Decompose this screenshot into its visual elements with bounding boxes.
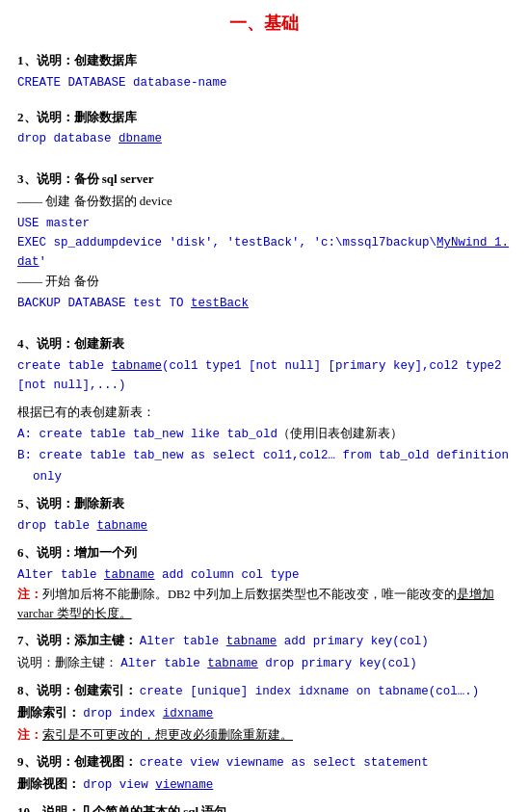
section-8: 8、说明：创建索引： create [unique] index idxname… xyxy=(17,681,511,745)
section-3: 3、说明：备份 sql server —— 创建 备份数据的 device US… xyxy=(17,170,511,312)
section-4-b: B: create table tab_new as select col1,c… xyxy=(17,446,511,465)
section-10-header: 10、说明：几个简单的基本的 sql 语句 xyxy=(17,802,511,812)
section-2-header: 2、说明：删除数据库 xyxy=(17,108,511,128)
section-2-code: drop database dbname xyxy=(17,129,511,148)
section-5: 5、说明：删除新表 drop table tabname xyxy=(17,494,511,536)
section-8-del: 删除索引： drop index idxname xyxy=(17,703,511,723)
section-1: 1、说明：创建数据库 CREATE DATABASE database-name xyxy=(17,51,511,92)
section-10: 10、说明：几个简单的基本的 sql 语句 选择： select * from … xyxy=(17,802,511,812)
section-7-header: 7、说明：添加主键： Alter table tabname add prima… xyxy=(17,631,511,651)
section-9-del: 删除视图： drop view viewname xyxy=(17,774,511,795)
section-5-header: 5、说明：删除新表 xyxy=(17,494,511,514)
section-5-code: drop table tabname xyxy=(17,516,511,536)
section-6-note: 注：列增加后将不能删除。DB2 中列加上后数据类型也不能改变，唯一能改变的是增加… xyxy=(17,585,511,623)
section-3-code2: EXEC sp_addumpdevice 'disk', 'testBack',… xyxy=(17,233,511,252)
page-title: 一、基础 xyxy=(17,10,511,38)
section-3-header: 3、说明：备份 sql server xyxy=(17,170,511,190)
section-3-code1: USE master xyxy=(17,214,511,233)
section-9: 9、说明：创建视图： create view viewname as selec… xyxy=(17,752,511,795)
section-1-header: 1、说明：创建数据库 xyxy=(17,51,511,71)
section-6-header: 6、说明：增加一个列 xyxy=(17,543,511,563)
section-8-note: 注：索引是不可更改的，想更改必须删除重新建。 xyxy=(17,725,511,745)
section-3-comment2: —— 开始 备份 xyxy=(17,272,511,292)
section-2: 2、说明：删除数据库 drop database dbname xyxy=(17,108,511,149)
section-3-code2b: dat' xyxy=(17,252,511,272)
section-4-b2: only xyxy=(33,467,511,486)
section-9-header: 9、说明：创建视图： create view viewname as selec… xyxy=(17,752,511,773)
section-4-code1b: [not null],...) xyxy=(17,376,511,395)
section-7: 7、说明：添加主键： Alter table tabname add prima… xyxy=(17,631,511,673)
section-4-code1: create table tabname(col1 type1 [not nul… xyxy=(17,356,511,376)
section-4: 4、说明：创建新表 create table tabname(col1 type… xyxy=(17,334,511,487)
section-8-header: 8、说明：创建索引： create [unique] index idxname… xyxy=(17,681,511,701)
section-6: 6、说明：增加一个列 Alter table tabname add colum… xyxy=(17,543,511,623)
section-1-code: CREATE DATABASE database-name xyxy=(17,73,511,92)
section-7-sub: 说明：删除主键： Alter table tabname drop primar… xyxy=(17,653,511,673)
section-6-code: Alter table tabname add column col type xyxy=(17,565,511,585)
section-3-comment1: —— 创建 备份数据的 device xyxy=(17,192,511,212)
section-4-based-label: 根据已有的表创建新表： xyxy=(17,403,511,423)
section-4-header: 4、说明：创建新表 xyxy=(17,334,511,354)
section-3-code3: BACKUP DATABASE test TO testBack xyxy=(17,294,511,313)
section-4-a: A: create table tab_new like tab_old（使用旧… xyxy=(17,424,511,444)
